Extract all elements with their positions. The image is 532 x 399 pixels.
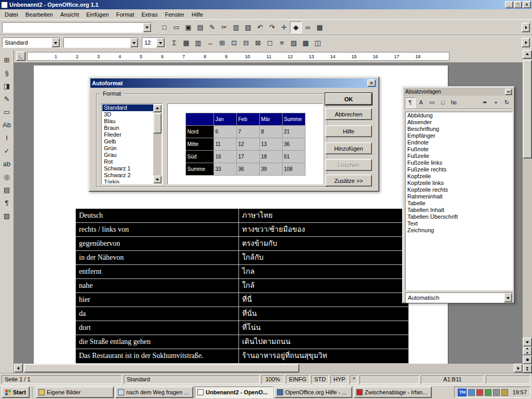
style-list-item[interactable]: Fußzeile rechts — [406, 166, 512, 173]
style-list-item[interactable]: Fußnote — [406, 146, 512, 153]
style-list-item[interactable]: Absender — [406, 119, 512, 126]
borders-icon[interactable]: ◻ — [264, 37, 276, 49]
merge-cells-icon[interactable]: ▦ — [180, 37, 192, 49]
draw-functions-icon[interactable]: ✎ — [1, 93, 13, 105]
vertical-scroll-thumb[interactable] — [523, 60, 532, 158]
sum-icon[interactable]: Σ — [168, 37, 180, 49]
table-cell-german[interactable]: dort — [76, 321, 239, 335]
style-filter-combobox[interactable]: Automatisch — [405, 292, 513, 303]
edit-file-icon[interactable]: ✎ — [206, 21, 218, 33]
format-list-item[interactable]: Schwarz 2 — [102, 172, 153, 179]
format-list-item[interactable]: Schwarz 1 — [102, 165, 153, 172]
format-list-item[interactable]: Standard — [102, 104, 153, 111]
split-cells-icon[interactable]: ▥ — [192, 37, 204, 49]
url-input[interactable] — [3, 23, 143, 32]
redo-icon[interactable]: ↷ — [266, 21, 278, 33]
autoformat-icon[interactable]: ▩ — [300, 37, 312, 49]
find-replace-icon[interactable]: ◎ — [1, 171, 13, 183]
format-list-item[interactable]: Türkis — [102, 179, 153, 183]
table-cell-thai[interactable]: ร้านอาหารอยู่ที่ถนนสุขุมวิท — [239, 349, 408, 363]
form-functions-icon[interactable]: ▭ — [1, 106, 13, 118]
table-cell-thai[interactable]: ที่นี่ — [239, 293, 408, 307]
status-page[interactable]: Seite 1 / 1 — [2, 375, 122, 384]
style-list-item[interactable]: Text — [406, 220, 512, 227]
table-cell-thai[interactable]: ภาษาไทย — [239, 209, 408, 222]
cut-icon[interactable]: ✂ — [218, 21, 230, 33]
delete-column-icon[interactable]: ⊠ — [252, 37, 264, 49]
table-cell-german[interactable]: die Straße entlang gehen — [76, 335, 239, 349]
format-list-item[interactable]: Grün — [102, 145, 153, 152]
toolbar-more-button[interactable] — [522, 23, 530, 32]
task-button[interactable]: Eigene Bilder — [36, 387, 114, 398]
hyperlink-icon[interactable]: ∞ — [302, 21, 314, 33]
horizontal-scrollbar[interactable] — [14, 364, 523, 373]
open-icon[interactable]: ▭ — [170, 21, 182, 33]
font-dropdown-button[interactable] — [130, 38, 138, 47]
object-toolbar-more-button[interactable] — [522, 38, 530, 47]
format-list-item[interactable]: Gelb — [102, 138, 153, 145]
frame-styles-icon[interactable]: ▭ — [427, 97, 437, 108]
save-icon[interactable]: ▣ — [182, 21, 194, 33]
style-list-item[interactable]: Kopfzeile links — [406, 180, 512, 187]
table-cell-thai[interactable]: ไกล — [239, 265, 408, 278]
scroll-up-button[interactable] — [523, 50, 532, 59]
taskbar-clock[interactable]: 19:57 — [512, 389, 527, 395]
table-cell-german[interactable]: entfernt — [76, 265, 239, 278]
dialog-close-button[interactable]: × — [367, 79, 376, 87]
close-button[interactable]: × — [523, 1, 531, 8]
horizontal-ruler[interactable]: 123456789101112131415161718 — [27, 52, 449, 61]
more-options-button[interactable]: Zusätze >> — [325, 175, 372, 187]
scheduler-icon[interactable] — [501, 389, 508, 396]
font-name-combobox[interactable] — [63, 37, 139, 48]
horizontal-scroll-thumb[interactable] — [24, 364, 299, 373]
data-sources-icon[interactable]: ▤ — [1, 184, 13, 196]
insert-row-icon[interactable]: ⊞ — [216, 37, 228, 49]
next-page-button[interactable] — [523, 364, 532, 373]
status-zoom[interactable]: 100% — [261, 375, 284, 384]
format-listbox[interactable]: Standard3DBlauBraunFliederGelbGrünGrauRo… — [101, 103, 163, 184]
style-list-item[interactable]: Zeichnung — [406, 227, 512, 234]
scroll-right-button[interactable] — [514, 364, 523, 373]
print-icon[interactable]: ▤ — [194, 21, 206, 33]
spellcheck-icon[interactable]: ✓ — [1, 145, 13, 157]
style-list-item[interactable]: Beschriftung — [406, 126, 512, 132]
style-list-item[interactable]: Kopfzeile — [406, 173, 512, 180]
style-list-item[interactable]: Tabellen Inhalt — [406, 207, 512, 214]
new-style-icon[interactable]: + — [490, 97, 501, 108]
status-page-style[interactable]: Standard — [124, 375, 260, 384]
background-color-icon[interactable]: ▨ — [288, 37, 300, 49]
table-properties-icon[interactable]: ◫ — [312, 37, 324, 49]
undo-icon[interactable]: ↶ — [254, 21, 266, 33]
new-document-icon[interactable]: □ — [158, 21, 170, 33]
language-indicator[interactable]: TH — [458, 389, 467, 396]
menu-item[interactable]: Fenster — [161, 10, 188, 19]
menu-item[interactable]: Datei — [1, 10, 22, 19]
minimize-button[interactable]: _ — [505, 1, 513, 8]
paste-icon[interactable]: ▧ — [242, 21, 254, 33]
list-scroll-down-button[interactable] — [153, 176, 162, 183]
style-list-item[interactable]: Empfänger — [406, 132, 512, 139]
table-cell-german[interactable]: Das Restaurant ist in der Sukhumvitstraß… — [76, 349, 239, 363]
gallery-icon[interactable]: ▩ — [314, 21, 326, 33]
filter-dropdown-button[interactable] — [504, 293, 512, 302]
stylist-titlebar[interactable]: Absatzvorlagen × — [404, 88, 513, 96]
numbering-styles-icon[interactable]: № — [448, 97, 459, 108]
format-list-item[interactable]: 3D — [102, 111, 153, 118]
insert-fields-icon[interactable]: § — [1, 67, 13, 79]
stylist-icon[interactable]: ◆ — [290, 21, 302, 33]
font-size-combobox[interactable]: 12 — [142, 37, 165, 48]
table-cell-german[interactable]: rechts / links von — [76, 223, 239, 236]
tab-selector-button[interactable]: ∟ — [16, 51, 25, 61]
autospellcheck-icon[interactable]: ab — [1, 158, 13, 170]
volume-icon[interactable] — [493, 389, 500, 396]
cursor-toggle-icon[interactable]: I — [1, 132, 13, 144]
cancel-button[interactable]: Abbrechen — [325, 108, 372, 120]
ok-button[interactable]: OK — [325, 93, 372, 105]
table-cell-thai[interactable]: ใกล้ — [239, 279, 408, 292]
copy-icon[interactable]: ▥ — [230, 21, 242, 33]
graphics-toggle-icon[interactable]: ▧ — [1, 210, 13, 222]
style-list-item[interactable]: Rahmeninhalt — [406, 193, 512, 200]
antivirus-icon[interactable] — [476, 389, 483, 396]
table-cell-german[interactable]: Deutsch — [76, 209, 239, 222]
table-cell-thai[interactable]: ตรงข้ามกับ — [239, 237, 408, 250]
